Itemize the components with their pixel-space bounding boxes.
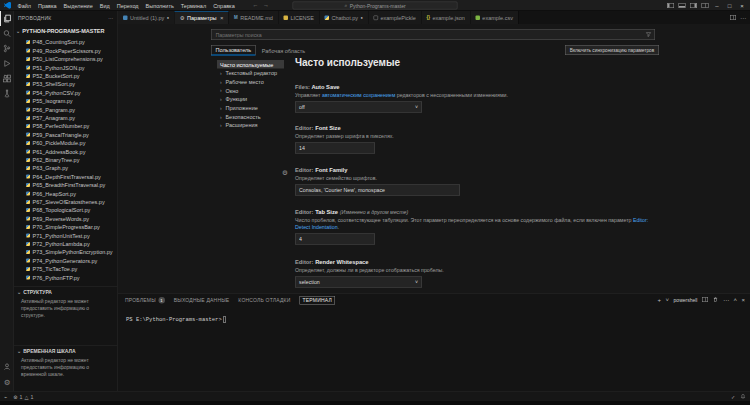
tab-chatbot[interactable]: Chatbot.py ●	[319, 11, 368, 24]
tab-license[interactable]: LICENSE	[278, 11, 319, 24]
maximize-panel-icon[interactable]: ˄	[733, 296, 737, 303]
toc-workbench[interactable]: ›Рабочее место	[217, 77, 284, 86]
file-item[interactable]: P67_SieveOfEratosthenes.py	[14, 198, 118, 206]
testing-icon[interactable]	[0, 86, 14, 101]
file-item[interactable]: P63_Graph.py	[14, 164, 118, 172]
file-item[interactable]: P76_PythonFTP.py	[14, 273, 118, 281]
tab-example-csv[interactable]: example.csv	[470, 11, 518, 24]
file-item[interactable]: P64_DepthFirstTraversal.py	[14, 172, 118, 180]
close-window-button[interactable]: ×	[738, 2, 746, 9]
setting-link[interactable]: автоматическим сохранением	[322, 92, 395, 98]
file-item[interactable]: P54_PythonCSV.py	[14, 88, 118, 96]
customize-layout-icon[interactable]	[702, 3, 709, 8]
file-item[interactable]: P55_Isogram.py	[14, 97, 118, 105]
font-family-input[interactable]	[295, 185, 460, 196]
file-item[interactable]: P70_SimpleProgressBar.py	[14, 223, 118, 231]
filter-icon[interactable]	[646, 32, 652, 38]
tab-example-json[interactable]: {} example.json	[421, 11, 470, 24]
toc-security[interactable]: ›Безопасность	[217, 112, 284, 121]
tab-settings[interactable]: ⚙ Параметры ×	[175, 11, 229, 24]
new-terminal-icon[interactable]: +	[658, 296, 662, 303]
notifications-bell-icon[interactable]	[740, 393, 746, 399]
file-item[interactable]: P65_BreadthFirstTraversal.py	[14, 181, 118, 189]
more-actions-icon[interactable]: ⋯	[740, 14, 746, 21]
shell-label[interactable]: powershell	[674, 297, 698, 303]
auto-save-select[interactable]: off ˅	[295, 102, 422, 113]
close-panel-icon[interactable]: ×	[741, 296, 745, 303]
source-control-icon[interactable]	[0, 41, 14, 56]
extensions-icon[interactable]	[0, 71, 14, 86]
settings-gear-icon[interactable]: ⚙	[0, 374, 14, 389]
command-center[interactable]: ⌕ Python-Programs-master	[293, 2, 458, 10]
file-item[interactable]: P57_Anagram.py	[14, 114, 118, 122]
tab-example-pickle[interactable]: examplePickle	[368, 11, 421, 24]
file-item[interactable]: P73_SimplePythonEncryption.py	[14, 248, 118, 256]
file-item[interactable]: P58_PerfectNumber.py	[14, 122, 118, 130]
setting-edit-gear-icon[interactable]: ⚙	[282, 169, 288, 177]
forward-icon[interactable]: →	[263, 1, 269, 8]
tab-readme[interactable]: M README.md	[229, 11, 278, 24]
toc-window[interactable]: ›Окно	[217, 86, 284, 95]
file-item[interactable]: P51_PythonJSON.py	[14, 63, 118, 71]
project-root-row[interactable]: ⌄ PYTHON-PROGRAMS-MASTER	[14, 26, 118, 36]
file-item[interactable]: P56_Pangram.py	[14, 105, 118, 113]
terminal-profile-dropdown-icon[interactable]: ˅	[666, 296, 670, 303]
menu-file[interactable]: Файл	[14, 2, 35, 8]
file-item[interactable]: P61_AddressBook.py	[14, 147, 118, 155]
file-item[interactable]: P75_TicTacToe.py	[14, 265, 118, 273]
outline-header[interactable]: ⌄ СТРУКТУРА	[14, 287, 118, 297]
toc-application[interactable]: ›Приложение	[217, 103, 284, 112]
kill-terminal-icon[interactable]	[712, 297, 718, 303]
terminal-output[interactable]: PS E:\Python-Programs-master>	[126, 317, 226, 323]
timeline-header[interactable]: ⌄ ВРЕМЕННАЯ ШКАЛА	[14, 346, 118, 356]
toc-commonly-used[interactable]: Часто используемые	[217, 60, 284, 69]
render-whitespace-select[interactable]: selection ˅	[295, 277, 422, 288]
split-editor-icon[interactable]	[730, 15, 736, 20]
file-item[interactable]: P49_RockPaperScissors.py	[14, 46, 118, 54]
toggle-panel-icon[interactable]	[679, 3, 686, 8]
panel-tab-output[interactable]: ВЫХОДНЫЕ ДАННЫЕ	[174, 297, 230, 303]
toc-features[interactable]: ›Функции	[217, 95, 284, 104]
settings-sync-button[interactable]: Включить синхронизацию параметров	[565, 45, 659, 55]
run-debug-icon[interactable]	[0, 56, 14, 71]
menu-run[interactable]: Выполнить	[142, 2, 177, 8]
check-icon[interactable]: ✓	[731, 393, 735, 399]
font-size-input[interactable]	[295, 143, 375, 154]
minimize-button[interactable]: –	[713, 2, 721, 9]
panel-tab-terminal[interactable]: ТЕРМИНАЛ	[300, 296, 335, 305]
back-icon[interactable]: ←	[253, 1, 259, 8]
menu-selection[interactable]: Выделение	[60, 2, 96, 8]
maximize-button[interactable]: □	[726, 2, 734, 9]
panel-tab-problems[interactable]: ПРОБЛЕМЫ 1	[125, 297, 165, 304]
settings-search-input[interactable]	[215, 31, 646, 38]
file-item[interactable]: P48_CountingSort.py	[14, 38, 118, 46]
toggle-sidebar-icon[interactable]	[667, 3, 674, 8]
file-item[interactable]: P53_ShellSort.py	[14, 80, 118, 88]
close-tab-icon[interactable]: ×	[220, 14, 224, 21]
menu-terminal[interactable]: Терминал	[177, 2, 209, 8]
search-sidebar-icon[interactable]	[0, 26, 14, 41]
tab-size-input[interactable]	[295, 234, 375, 245]
file-item[interactable]: P60_PickleModule.py	[14, 139, 118, 147]
scope-tab-user[interactable]: Пользователь	[211, 45, 256, 56]
split-terminal-icon[interactable]	[702, 297, 708, 302]
menu-help[interactable]: Справка	[210, 2, 239, 8]
file-item[interactable]: P69_ReverseWords.py	[14, 214, 118, 222]
file-item[interactable]: P72_PythonLambda.py	[14, 240, 118, 248]
file-item[interactable]: P50_ListComprehensions.py	[14, 55, 118, 63]
explorer-icon[interactable]	[0, 11, 14, 26]
account-icon[interactable]	[0, 359, 14, 374]
file-item[interactable]: P74_PythonGenerators.py	[14, 256, 118, 264]
menu-view[interactable]: Вид	[96, 2, 113, 8]
toc-extensions[interactable]: ›Расширения	[217, 121, 284, 130]
scope-tab-workspace[interactable]: Рабочая область	[262, 47, 305, 53]
file-item[interactable]: P62_BinaryTree.py	[14, 156, 118, 164]
file-item[interactable]: P71_PythonUnitTest.py	[14, 231, 118, 239]
toggle-secondary-sidebar-icon[interactable]	[690, 3, 697, 8]
file-item[interactable]: P66_HeapSort.py	[14, 189, 118, 197]
remote-indicator[interactable]: ⌁	[4, 393, 7, 399]
panel-tab-debug-console[interactable]: КОНСОЛЬ ОТЛАДКИ	[238, 297, 290, 303]
tab-untitled[interactable]: Untitled (1).py ●	[118, 11, 175, 24]
panel-more-icon[interactable]: ⋯	[723, 296, 729, 303]
problems-status[interactable]: ⊗ 1 △ 1	[13, 393, 33, 399]
